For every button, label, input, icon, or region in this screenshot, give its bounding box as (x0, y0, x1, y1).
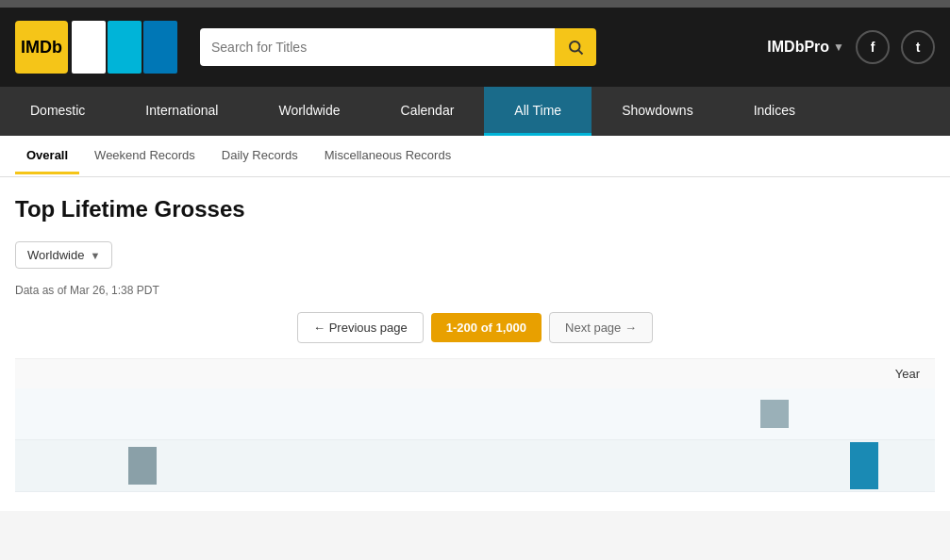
imdbpro-brand-text: IMDbPro (767, 39, 829, 56)
search-button[interactable] (555, 28, 596, 66)
nav-item-all-time[interactable]: All Time (484, 87, 592, 136)
top-banner (0, 0, 950, 8)
main-nav: Domestic International Worldwide Calenda… (0, 87, 950, 136)
logo-pro-teal-block (108, 21, 142, 74)
header: IMDb IMDbPro ▼ f t (0, 8, 950, 87)
search-container (200, 28, 596, 66)
rank-block-2 (128, 447, 157, 485)
logo-box: IMDb (15, 21, 177, 74)
page-content: Top Lifetime Grosses Worldwide ▼ Data as… (0, 177, 950, 511)
nav-item-worldwide[interactable]: Worldwide (248, 87, 370, 136)
next-page-button[interactable]: Next page → (549, 312, 653, 343)
pagination-row: ← Previous page 1-200 of 1,000 Next page… (15, 312, 935, 343)
page-title: Top Lifetime Grosses (15, 196, 935, 222)
table-header-row: Year (15, 358, 935, 388)
imdbpro-dropdown-icon: ▼ (833, 41, 844, 54)
table-row (15, 388, 935, 440)
sub-nav-weekend-records[interactable]: Weekend Records (83, 139, 207, 174)
nav-item-international[interactable]: International (115, 87, 248, 136)
sub-nav-daily-records[interactable]: Daily Records (210, 139, 309, 174)
search-icon (567, 39, 584, 56)
nav-item-calendar[interactable]: Calendar (371, 87, 485, 136)
table-area (15, 388, 935, 492)
filter-row: Worldwide ▼ (15, 241, 935, 269)
worldwide-dropdown-label: Worldwide (27, 248, 84, 262)
sub-nav: Overall Weekend Records Daily Records Mi… (0, 136, 950, 177)
imdbpro-logo (72, 21, 177, 74)
rank-block-teal (850, 442, 878, 489)
facebook-icon[interactable]: f (856, 30, 890, 64)
sub-nav-miscellaneous-records[interactable]: Miscellaneous Records (313, 139, 462, 174)
worldwide-dropdown[interactable]: Worldwide ▼ (15, 241, 112, 269)
data-as-of: Data as of Mar 26, 1:38 PDT (15, 284, 935, 297)
dropdown-chevron-icon: ▼ (90, 250, 100, 261)
rank-block-1 (760, 400, 789, 428)
header-right: IMDbPro ▼ f t (767, 30, 935, 64)
search-input[interactable] (200, 28, 555, 66)
nav-item-indices[interactable]: Indices (724, 87, 825, 136)
svg-point-0 (570, 41, 580, 52)
logo-pro-white-block (72, 21, 106, 74)
logo-pro-blue-block (143, 21, 177, 74)
nav-item-domestic[interactable]: Domestic (0, 87, 115, 136)
nav-item-showdowns[interactable]: Showdowns (592, 87, 724, 136)
sub-nav-overall[interactable]: Overall (15, 139, 79, 174)
page-indicator: 1-200 of 1,000 (431, 313, 542, 342)
year-column-header: Year (895, 367, 920, 381)
prev-page-button[interactable]: ← Previous page (297, 312, 424, 343)
imdbpro-brand-button[interactable]: IMDbPro ▼ (767, 39, 844, 56)
imdb-logo[interactable]: IMDb (15, 21, 68, 74)
twitter-icon[interactable]: t (901, 30, 935, 64)
svg-line-1 (578, 50, 582, 54)
table-row (15, 440, 935, 492)
